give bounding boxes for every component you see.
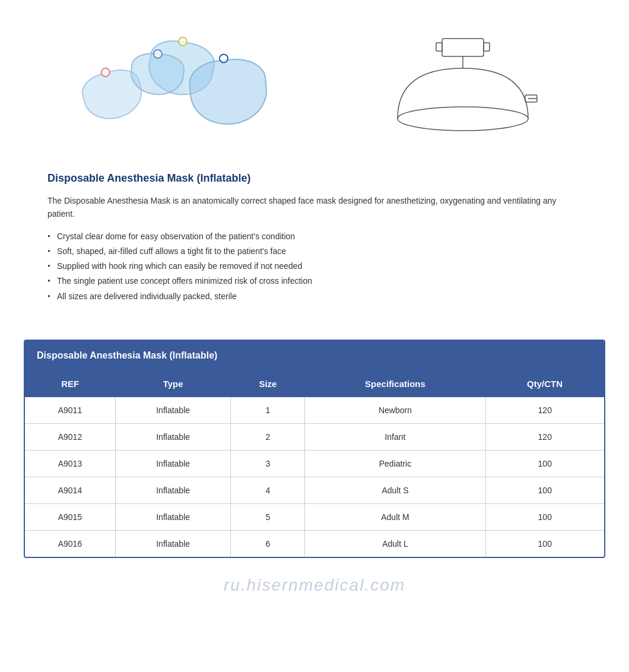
product-title: Disposable Anesthesia Mask (Inflatable) <box>47 172 582 185</box>
product-table-container: Disposable Anesthesia Mask (Inflatable) … <box>24 340 605 558</box>
cell-4-3: Adult M <box>305 503 485 530</box>
table-head: REF Type Size Specifications Qty/CTN <box>25 370 604 397</box>
cell-3-0: A9014 <box>25 477 115 503</box>
cell-1-4: 120 <box>485 423 604 450</box>
col-ref: REF <box>25 370 115 397</box>
features-list: Crystal clear dome for easy observation … <box>47 229 582 304</box>
cell-0-2: 1 <box>231 397 305 424</box>
svg-rect-0 <box>442 39 484 56</box>
col-qty: Qty/CTN <box>485 370 604 397</box>
cell-2-4: 100 <box>485 450 604 477</box>
cell-4-1: Inflatable <box>115 503 231 530</box>
feature-item-4: All sizes are delivered individually pac… <box>47 289 582 304</box>
cell-2-0: A9013 <box>25 450 115 477</box>
table-title: Disposable Anesthesia Mask (Inflatable) <box>25 341 604 370</box>
cell-1-3: Infant <box>305 423 485 450</box>
top-images-section <box>0 0 629 166</box>
table-row: A9013Inflatable3Pediatric100 <box>25 450 604 477</box>
cell-2-2: 3 <box>231 450 305 477</box>
col-spec: Specifications <box>305 370 485 397</box>
cell-4-4: 100 <box>485 503 604 530</box>
cell-0-0: A9011 <box>25 397 115 424</box>
cell-3-4: 100 <box>485 477 604 503</box>
table-row: A9015Inflatable5Adult M100 <box>25 503 604 530</box>
cell-1-2: 2 <box>231 423 305 450</box>
cell-4-2: 5 <box>231 503 305 530</box>
product-description: The Disposable Anesthesia Mask is an ana… <box>47 194 582 221</box>
feature-item-1: Soft, shaped, air-filled cuff allows a t… <box>47 244 582 259</box>
table-row: A9011Inflatable1Newborn120 <box>25 397 604 424</box>
table-header-row: REF Type Size Specifications Qty/CTN <box>25 370 604 397</box>
svg-rect-2 <box>484 43 490 51</box>
cell-0-1: Inflatable <box>115 397 231 424</box>
svg-point-4 <box>398 107 528 131</box>
table-row: A9014Inflatable4Adult S100 <box>25 477 604 503</box>
cell-5-4: 100 <box>485 530 604 557</box>
feature-item-0: Crystal clear dome for easy observation … <box>47 229 582 244</box>
svg-rect-1 <box>436 43 442 51</box>
table-body: A9011Inflatable1Newborn120A9012Inflatabl… <box>25 397 604 557</box>
cell-0-3: Newborn <box>305 397 485 424</box>
cell-2-1: Inflatable <box>115 450 231 477</box>
cell-0-4: 120 <box>485 397 604 424</box>
col-type: Type <box>115 370 231 397</box>
watermark: ru.hisernmedical.com <box>0 570 629 601</box>
cell-2-3: Pediatric <box>305 450 485 477</box>
cell-3-3: Adult S <box>305 477 485 503</box>
cell-5-0: A9016 <box>25 530 115 557</box>
mask-diagram-svg <box>374 36 552 142</box>
feature-item-2: Supplied with hook ring which can easily… <box>47 259 582 274</box>
cell-3-2: 4 <box>231 477 305 503</box>
cell-5-1: Inflatable <box>115 530 231 557</box>
mask-3 <box>187 56 269 128</box>
cell-5-2: 6 <box>231 530 305 557</box>
col-size: Size <box>231 370 305 397</box>
table-row: A9016Inflatable6Adult L100 <box>25 530 604 557</box>
cell-3-1: Inflatable <box>115 477 231 503</box>
masks-photo <box>71 24 297 154</box>
product-table: REF Type Size Specifications Qty/CTN A90… <box>25 370 604 557</box>
cell-1-0: A9012 <box>25 423 115 450</box>
table-row: A9012Inflatable2Infant120 <box>25 423 604 450</box>
cell-5-3: Adult L <box>305 530 485 557</box>
mask-diagram <box>368 30 558 148</box>
feature-item-3: The single patient use concept offers mi… <box>47 274 582 289</box>
content-section: Disposable Anesthesia Mask (Inflatable) … <box>0 166 629 316</box>
cell-1-1: Inflatable <box>115 423 231 450</box>
table-section: Disposable Anesthesia Mask (Inflatable) … <box>0 316 629 570</box>
cell-4-0: A9015 <box>25 503 115 530</box>
